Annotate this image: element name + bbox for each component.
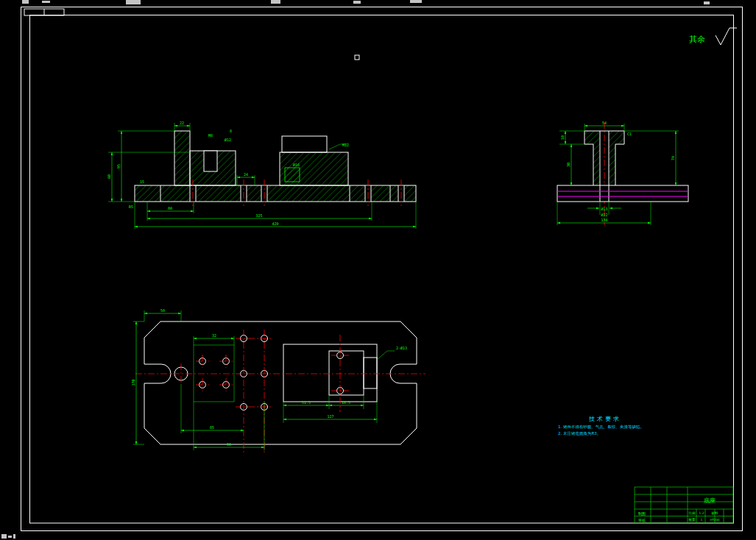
dimension-text: 18.5 <box>342 400 350 405</box>
front-left-slot <box>204 151 217 171</box>
dimension-text: 80 <box>168 206 172 210</box>
title-block-cell: 比例 <box>689 511 696 516</box>
dimension-text: 22 <box>180 121 184 125</box>
dimension-text: 95 <box>116 164 121 168</box>
plan-pocket-step <box>364 358 377 388</box>
plan-dimension-lines <box>133 310 395 450</box>
tech-req-item-1: 1. 铸件不得有砂眼、气孔、裂纹、夹渣等缺陷。 <box>558 424 644 430</box>
side-base-bar <box>557 185 688 202</box>
dimension-text: 8 <box>230 129 232 133</box>
cad-application-window: 其余 <box>0 0 756 540</box>
plan-dimension-texts: 50170322-Ø1351.518.51278596 <box>131 308 407 447</box>
dimension-text: M12 <box>342 143 349 147</box>
plan-pocket-inner <box>329 351 364 395</box>
tech-req-title: 技术要求 <box>588 416 621 422</box>
roughness-symbol-icon <box>716 28 729 45</box>
dimension-text: R5 <box>129 205 133 209</box>
dimension-text: 127 <box>327 414 333 419</box>
dimension-text: M8 <box>208 133 213 138</box>
plan-outline <box>144 321 417 444</box>
dimension-text: 74 <box>671 156 675 160</box>
technical-requirements: 技术要求 1. 铸件不得有砂眼、气孔、裂纹、夹渣等缺陷。 2. 未注铸造圆角为R… <box>558 416 644 436</box>
front-insert-detail <box>285 168 300 182</box>
surface-finish-note: 其余 <box>689 28 737 45</box>
dimension-text: 24 <box>244 172 248 177</box>
title-block-texts: 底座制图审核比例1:2数量1材料HT200 <box>638 497 720 522</box>
dimension-text: 85 <box>210 425 214 430</box>
app-chrome-fragments <box>22 0 710 4</box>
dimension-text: 15 <box>140 180 144 184</box>
osnap-marker <box>355 55 359 60</box>
plan-pocket-outer <box>283 344 377 402</box>
surface-note-text: 其余 <box>689 35 705 44</box>
dimension-text: 51.5 <box>302 400 311 405</box>
dimension-text: 18 <box>560 135 565 140</box>
title-block-cell: 1 <box>701 518 703 522</box>
dimension-text: 68 <box>107 174 111 179</box>
dimension-text: 50 <box>160 308 165 313</box>
title-block-cell: 数量 <box>689 518 696 522</box>
dimension-text: Ø12 <box>225 138 231 142</box>
plan-block-holes <box>199 358 230 388</box>
dimension-text: 325 <box>255 213 262 218</box>
title-block-cell: 审核 <box>638 518 646 522</box>
front-left-plate <box>174 131 190 185</box>
dimension-text: Ø13 <box>601 207 607 211</box>
front-section-view: 22M8Ø12824Ø16M12689515R580325420 <box>107 121 416 229</box>
dimension-text: 170 <box>131 379 135 386</box>
front-center-boss <box>282 136 327 152</box>
dimension-text: 30 <box>566 163 570 167</box>
title-block-cell: 制图 <box>638 511 646 516</box>
dimension-text: Ø16 <box>293 163 300 167</box>
title-block-cell: 1:2 <box>699 511 704 515</box>
tech-req-item-2: 2. 未注铸造圆角为R3。 <box>558 431 601 436</box>
dimension-text: 420 <box>272 221 278 226</box>
plan-bolt-holes <box>241 335 268 411</box>
plan-centerlines <box>135 330 425 455</box>
plan-view: 50170322-Ø1351.518.51278596 <box>131 308 425 455</box>
title-block-cell: HT200 <box>710 518 720 522</box>
cad-drawing-canvas[interactable]: 其余 <box>0 0 756 540</box>
title-block: 底座制图审核比例1:2数量1材料HT200 <box>635 487 733 523</box>
plan-insert-block <box>194 345 234 402</box>
dimension-text: 130 <box>601 218 607 222</box>
side-section-view: 54C1183074Ø13Ø22130 <box>557 121 688 225</box>
dimension-text: 2-Ø13 <box>396 346 407 350</box>
title-block-cell: 底座 <box>704 497 716 504</box>
dimension-text: 32 <box>212 333 216 338</box>
front-base-bar <box>135 185 416 202</box>
dimension-text: 96 <box>227 442 231 447</box>
dimension-text: Ø22 <box>601 213 607 217</box>
sheet-border <box>21 7 743 531</box>
command-line-fragments <box>1 534 15 539</box>
dimension-text: C1 <box>627 132 632 136</box>
dimension-text: 54 <box>602 121 607 125</box>
